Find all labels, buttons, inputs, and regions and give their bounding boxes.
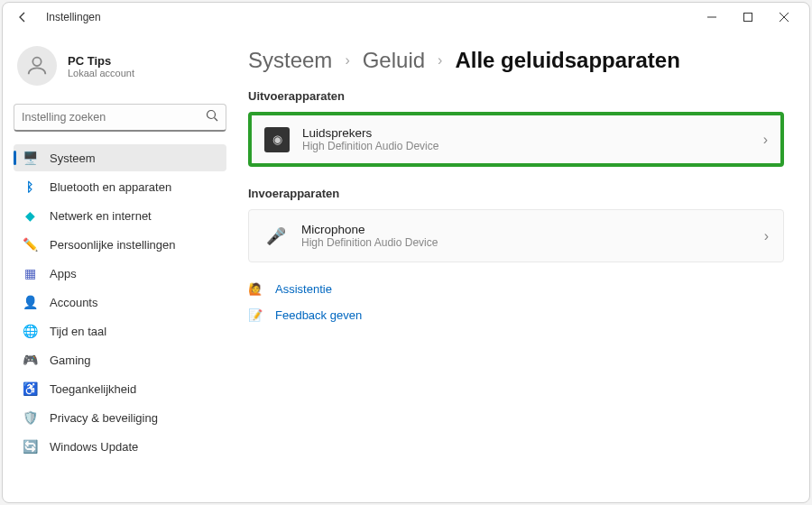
- nav-item-bluetooth[interactable]: ᛒBluetooth en apparaten: [14, 173, 226, 200]
- nav-label: Gaming: [50, 354, 91, 367]
- feedback-link[interactable]: 📝 Feedback geven: [248, 308, 784, 322]
- accounts-icon: 👤: [23, 295, 37, 309]
- nav-item-time[interactable]: 🌐Tijd en taal: [14, 317, 226, 344]
- minimize-button[interactable]: [694, 5, 730, 30]
- device-info: Luidsprekers High Definition Audio Devic…: [302, 126, 438, 152]
- device-title: Luidsprekers: [302, 126, 438, 140]
- update-icon: 🔄: [23, 439, 37, 454]
- minimize-icon: [707, 13, 716, 22]
- window-title: Instellingen: [46, 11, 101, 23]
- search-icon: [206, 109, 218, 125]
- device-info: Microphone High Definition Audio Device: [301, 223, 438, 249]
- feedback-label: Feedback geven: [275, 308, 362, 322]
- nav-label: Persoonlijke instellingen: [50, 238, 175, 252]
- help-icon: 🙋: [248, 282, 263, 296]
- nav-label: Privacy & beveiliging: [50, 411, 158, 425]
- person-icon: [24, 53, 50, 78]
- nav-item-network[interactable]: ◆Netwerk en internet: [14, 202, 226, 229]
- nav-item-apps[interactable]: ▦Apps: [14, 260, 226, 287]
- nav-item-accessibility[interactable]: ♿Toegankelijkheid: [14, 375, 226, 402]
- nav-item-gaming[interactable]: 🎮Gaming: [14, 346, 226, 373]
- nav-label: Tijd en taal: [50, 325, 106, 338]
- device-title: Microphone: [301, 223, 438, 236]
- output-section-label: Uitvoerapparaten: [248, 89, 784, 103]
- window-controls: [694, 5, 802, 30]
- maximize-icon: [743, 13, 752, 22]
- microphone-icon: 🎤: [263, 224, 289, 249]
- crumb-systeem[interactable]: Systeem: [248, 48, 332, 73]
- nav-label: Bluetooth en apparaten: [50, 180, 171, 194]
- nav-label: Systeem: [50, 152, 96, 165]
- svg-rect-1: [744, 14, 752, 22]
- nav-item-update[interactable]: 🔄Windows Update: [14, 433, 226, 460]
- bluetooth-icon: ᛒ: [23, 179, 37, 194]
- svg-line-4: [215, 118, 218, 122]
- content-area: PC Tips Lokaal account 🖥️Systeem ᛒBlueto…: [3, 32, 809, 502]
- back-button[interactable]: [10, 5, 35, 30]
- nav-item-systeem[interactable]: 🖥️Systeem: [14, 144, 226, 171]
- nav-list: 🖥️Systeem ᛒBluetooth en apparaten ◆Netwe…: [14, 144, 226, 460]
- titlebar: Instellingen: [3, 3, 809, 32]
- chevron-right-icon: ›: [764, 228, 769, 244]
- profile-name: PC Tips: [68, 54, 134, 68]
- display-icon: 🖥️: [23, 151, 37, 165]
- sidebar: PC Tips Lokaal account 🖥️Systeem ᛒBlueto…: [3, 32, 237, 502]
- shield-icon: 🛡️: [23, 410, 37, 425]
- device-subtitle: High Definition Audio Device: [301, 236, 438, 249]
- arrow-left-icon: [16, 11, 29, 23]
- nav-item-accounts[interactable]: 👤Accounts: [14, 289, 226, 316]
- profile-info: PC Tips Lokaal account: [68, 54, 134, 78]
- help-link[interactable]: 🙋 Assistentie: [248, 282, 784, 296]
- wifi-icon: ◆: [23, 208, 37, 223]
- nav-label: Apps: [50, 267, 77, 280]
- profile-block[interactable]: PC Tips Lokaal account: [14, 39, 226, 100]
- settings-window: Instellingen PC Tips Lokaal account: [2, 2, 810, 503]
- svg-point-3: [208, 111, 216, 119]
- nav-label: Windows Update: [50, 440, 138, 454]
- input-section-label: Invoerapparaten: [248, 187, 784, 200]
- crumb-current: Alle geluidsapparaten: [455, 48, 679, 73]
- main-panel: Systeem › Geluid › Alle geluidsapparaten…: [237, 32, 809, 502]
- nav-label: Accounts: [50, 296, 97, 309]
- search-input[interactable]: [22, 111, 206, 124]
- nav-item-privacy[interactable]: 🛡️Privacy & beveiliging: [14, 404, 226, 431]
- avatar: [17, 46, 57, 86]
- breadcrumb: Systeem › Geluid › Alle geluidsapparaten: [248, 48, 784, 73]
- profile-subtitle: Lokaal account: [68, 68, 134, 78]
- device-card-speakers[interactable]: ◉ Luidsprekers High Definition Audio Dev…: [248, 112, 784, 167]
- chevron-right-icon: ›: [345, 52, 349, 69]
- apps-icon: ▦: [23, 266, 37, 280]
- nav-label: Netwerk en internet: [50, 209, 152, 223]
- globe-icon: 🌐: [23, 324, 37, 338]
- gaming-icon: 🎮: [23, 353, 37, 367]
- maximize-button[interactable]: [730, 5, 766, 30]
- feedback-icon: 📝: [248, 308, 263, 322]
- nav-label: Toegankelijkheid: [50, 382, 136, 396]
- search-box[interactable]: [14, 104, 226, 132]
- close-icon: [780, 13, 789, 22]
- speaker-icon: ◉: [264, 127, 290, 152]
- device-card-microphone[interactable]: 🎤 Microphone High Definition Audio Devic…: [248, 209, 784, 262]
- close-button[interactable]: [766, 5, 802, 30]
- crumb-geluid[interactable]: Geluid: [363, 48, 425, 73]
- accessibility-icon: ♿: [23, 381, 37, 396]
- footer-links: 🙋 Assistentie 📝 Feedback geven: [248, 282, 784, 322]
- nav-item-personalization[interactable]: ✏️Persoonlijke instellingen: [14, 231, 226, 258]
- chevron-right-icon: ›: [438, 52, 442, 69]
- device-subtitle: High Definition Audio Device: [302, 140, 438, 152]
- svg-point-2: [32, 58, 41, 66]
- brush-icon: ✏️: [23, 237, 37, 252]
- help-label: Assistentie: [275, 282, 332, 296]
- chevron-right-icon: ›: [763, 132, 768, 148]
